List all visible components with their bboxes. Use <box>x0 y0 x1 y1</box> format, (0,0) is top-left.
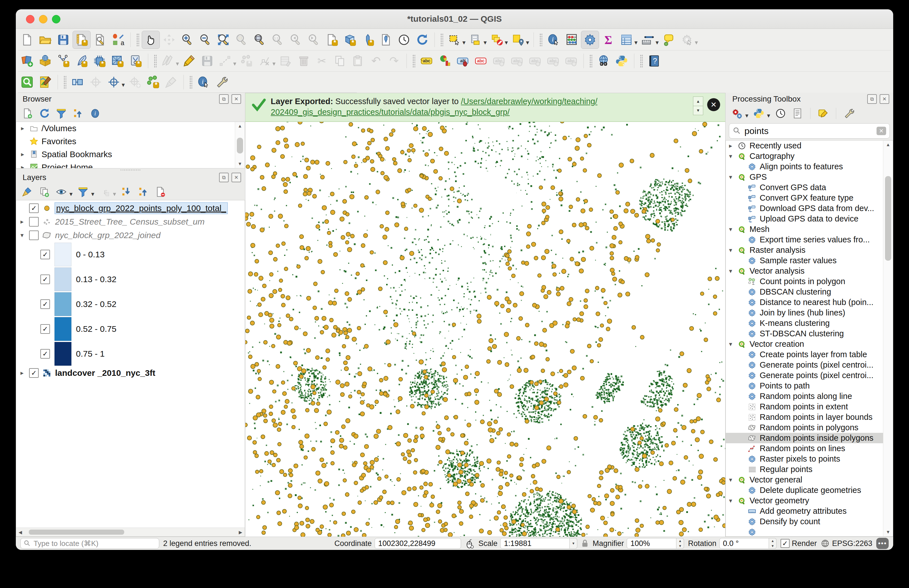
crs-status[interactable]: EPSG:2263 <box>821 539 872 548</box>
expand-icon[interactable]: ▾ <box>727 226 734 233</box>
processing-vscrollbar[interactable]: ▲▼ <box>883 141 893 536</box>
notification-scroll-spinner[interactable]: ▲ ▼ <box>693 97 703 115</box>
expand-all-button[interactable] <box>119 184 134 199</box>
processing-alg-align-points-to-features[interactable]: Align points to features <box>726 162 893 172</box>
lock-icon[interactable] <box>581 539 589 548</box>
processing-alg-random-points-in-layer-bounds[interactable]: Random points in layer bounds <box>726 412 893 422</box>
select-by-form-button[interactable] <box>467 31 484 48</box>
processing-alg-create-points-layer-from-table[interactable]: Create points layer from table <box>726 349 893 360</box>
new-3d-map-view-button[interactable]: * <box>341 31 359 48</box>
expand-icon[interactable]: ▾ <box>727 476 734 484</box>
digitize-with-segment-dropdown-icon[interactable]: ▾ <box>233 60 236 71</box>
select-by-location-button[interactable] <box>509 31 527 48</box>
filter-legend-button[interactable] <box>76 184 91 199</box>
manage-map-themes-dropdown-icon[interactable]: ▾ <box>70 191 73 200</box>
new-spatial-bookmark-button[interactable]: * <box>359 31 377 48</box>
locate-search-box[interactable]: Type to locate (⌘K) <box>20 538 159 549</box>
select-features-button[interactable] <box>446 31 463 48</box>
python-algorithms-button[interactable] <box>752 106 766 121</box>
clear-search-icon[interactable]: ✕ <box>877 127 886 135</box>
processing-alg-densify-by-count[interactable]: Densify by count <box>726 516 893 527</box>
gps-tracking-button[interactable] <box>105 73 123 91</box>
expand-icon[interactable]: ▸ <box>18 369 26 377</box>
scroll-thumb[interactable] <box>885 176 891 261</box>
mouse-extent-icon[interactable] <box>465 538 474 549</box>
zoom-in-button[interactable] <box>178 31 196 48</box>
history-button[interactable] <box>773 106 788 121</box>
processing-group-vector-general[interactable]: ▾Vector general <box>726 475 893 485</box>
edit-features-in-place-button[interactable] <box>816 106 831 121</box>
vertex-tool-button[interactable] <box>256 52 273 70</box>
processing-alg-delete-duplicate-geometries[interactable]: Delete duplicate geometries <box>726 485 893 496</box>
clean-tool-button[interactable] <box>162 73 180 91</box>
layer-labeling-button[interactable]: abc <box>418 52 435 70</box>
class-visibility-checkbox[interactable]: ✓ <box>40 299 50 309</box>
layout-manager-button[interactable]: * <box>73 31 91 49</box>
processing-alg-dbscan-clustering[interactable]: DBSCAN clustering <box>726 287 893 297</box>
new-mesh-layer-button[interactable]: * <box>109 52 126 70</box>
paste-features-button[interactable] <box>349 52 367 70</box>
layer-name[interactable]: nyc_block_grp_2022_points_poly_100_total… <box>55 203 227 213</box>
save-project-button[interactable] <box>55 31 72 48</box>
cut-features-button[interactable]: ✂ <box>313 52 331 70</box>
python-algorithms-dropdown-icon[interactable]: ▾ <box>767 112 770 121</box>
new-spatialite-layer-button[interactable]: * <box>73 52 90 70</box>
move-label-button[interactable]: abc <box>490 52 508 70</box>
toolbar-drag-handle[interactable] <box>63 76 66 89</box>
toggle-editing-button[interactable] <box>180 52 198 70</box>
processing-group-vector-geometry[interactable]: ▾Vector geometry <box>726 496 893 506</box>
layer-row[interactable]: ▾nyc_block_grp_2022_joined <box>16 229 245 242</box>
change-label-properties-button[interactable]: abc <box>544 52 562 70</box>
processing-group-gps[interactable]: ▾GPS <box>726 172 893 182</box>
expand-icon[interactable]: ▾ <box>727 268 734 275</box>
layer-row[interactable]: ▸2015_Street_Tree_ Census_subset_um <box>16 215 245 229</box>
toolbar-drag-handle[interactable] <box>640 55 643 68</box>
zoom-last-button[interactable] <box>287 31 304 48</box>
coordinate-input[interactable]: 1002302,228499 <box>375 538 461 549</box>
processing-alg-raster-pixels-to-points[interactable]: Raster pixels to points <box>726 454 893 464</box>
processing-toolbox-toggle-button[interactable] <box>581 31 599 49</box>
collapse-all-layers-button[interactable] <box>136 184 151 199</box>
delete-selected-button[interactable] <box>295 52 312 70</box>
expand-icon[interactable]: ▾ <box>727 497 734 504</box>
processing-alg-generate-points-pixel-centroi-[interactable]: Generate points (pixel centroi... <box>726 370 893 381</box>
processing-alg-random-points-in-polygons[interactable]: Random points in polygons <box>726 422 893 433</box>
minimize-window-button[interactable] <box>39 15 47 23</box>
add-gps-point-button[interactable] <box>126 73 144 91</box>
metasearch-button[interactable] <box>595 52 612 70</box>
processing-alg-random-points-on-lines[interactable]: Random points on lines <box>726 443 893 454</box>
layers-hscrollbar[interactable]: ◀ ▶ <box>16 528 245 536</box>
class-visibility-checkbox[interactable]: ✓ <box>40 250 50 259</box>
spin-up-icon[interactable]: ▲ <box>693 97 703 106</box>
legend-class-row[interactable]: ✓0.32 - 0.52 <box>16 292 245 317</box>
filter-browser-button[interactable] <box>54 106 69 121</box>
processing-alg-k-means-clustering[interactable]: K-means clustering <box>726 318 893 328</box>
save-layer-edits-button[interactable] <box>199 52 216 70</box>
processing-group-mesh[interactable]: ▾Mesh <box>726 224 893 234</box>
vertex-tool-dropdown-icon[interactable]: ▾ <box>272 60 275 71</box>
map-canvas[interactable] <box>245 93 725 537</box>
undo-button[interactable]: ↶ <box>367 52 385 70</box>
layer-name[interactable]: 2015_Street_Tree_ Census_subset_um <box>55 217 205 226</box>
measure-line-button[interactable] <box>639 31 656 48</box>
map-edit-plugin-button[interactable] <box>36 73 54 91</box>
zoom-native-button[interactable]: 1:1 <box>269 31 286 48</box>
magnifier-spinner[interactable]: ▲▼ <box>676 538 684 549</box>
legend-class-row[interactable]: ✓0.75 - 1 <box>16 341 245 366</box>
class-visibility-checkbox[interactable]: ✓ <box>40 275 50 284</box>
processing-alg-upload-gps-data-to-device[interactable]: Upload GPS data to device <box>726 213 893 224</box>
layer-visibility-checkbox[interactable]: ✓ <box>29 204 39 213</box>
layer-row[interactable]: ▸✓landcover _2010_nyc_3ft <box>16 366 245 380</box>
layer-diagram-button[interactable] <box>436 52 453 70</box>
float-panel-icon[interactable]: ⧉ <box>219 94 229 104</box>
expand-icon[interactable]: ▾ <box>18 232 26 239</box>
filter-legend-dropdown-icon[interactable]: ▾ <box>91 191 94 200</box>
manage-map-themes-button[interactable] <box>54 184 69 199</box>
browser-item-favorites[interactable]: Favorites <box>16 135 245 148</box>
legend-class-row[interactable]: ✓0 - 0.13 <box>16 242 245 267</box>
close-panel-icon[interactable]: ✕ <box>231 173 241 182</box>
scale-dropdown-icon[interactable]: ▼ <box>570 538 577 549</box>
add-selected-layer-button[interactable] <box>20 106 35 121</box>
statistical-summary-button[interactable] <box>563 31 581 48</box>
show-layout-manager-button[interactable] <box>91 31 109 48</box>
